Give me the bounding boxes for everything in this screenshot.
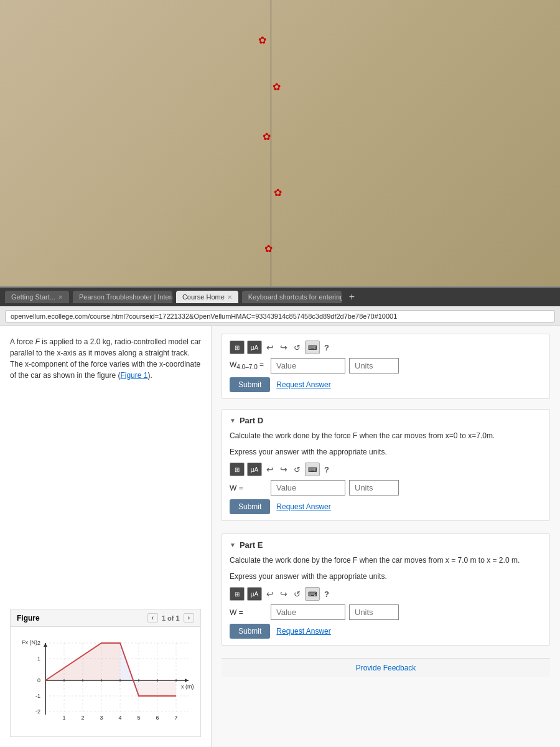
mu-icon-e[interactable]: μΑ [247, 587, 262, 601]
help-button-top[interactable]: ? [322, 343, 331, 352]
svg-text:4: 4 [118, 715, 121, 721]
mu-label-d: μΑ [251, 466, 258, 473]
part-d-request-button[interactable]: Request Answer [276, 502, 330, 511]
top-action-row: Submit Request Answer [230, 377, 542, 392]
svg-text:5: 5 [137, 715, 140, 721]
background [0, 0, 560, 299]
redo-button-top[interactable]: ↪ [278, 342, 289, 352]
help-button-e[interactable]: ? [322, 590, 331, 599]
refresh-button-d[interactable]: ↺ [292, 465, 302, 474]
top-submit-button[interactable]: Submit [230, 377, 270, 392]
refresh-button-top[interactable]: ↺ [292, 343, 302, 352]
part-d-units-input[interactable] [349, 480, 399, 496]
graph-svg: 2 1 0 -1 -2 1 2 3 4 5 6 7 x [21, 637, 195, 724]
decoration-1: ✿ [258, 34, 266, 46]
svg-marker-32 [120, 643, 139, 696]
problem-description: A force F is applied to a 2.0 kg, radio-… [10, 336, 201, 381]
part-e-sub: Express your answer with the appropriate… [230, 571, 542, 582]
part-e-submit-button[interactable]: Submit [230, 624, 270, 639]
new-tab-button[interactable]: + [345, 291, 358, 303]
feedback-section[interactable]: Provide Feedback [222, 658, 550, 677]
decoration-5: ✿ [264, 243, 273, 255]
svg-text:-1: -1 [35, 693, 40, 699]
title-bar: Getting Start... ✕ Pearson Troubleshoote… [0, 288, 560, 306]
top-request-button[interactable]: Request Answer [276, 380, 330, 389]
part-d-header[interactable]: ▼ Part D [230, 416, 542, 425]
part-d-submit-button[interactable]: Submit [230, 499, 270, 514]
tab-label: Getting Start... [11, 293, 55, 301]
decoration-3: ✿ [263, 131, 271, 143]
matrix-icon-e[interactable]: ⊞ [230, 587, 245, 601]
svg-marker-33 [139, 680, 176, 696]
part-e-action-row: Submit Request Answer [230, 624, 542, 639]
mu-icon-top[interactable]: μΑ [247, 341, 262, 354]
tab-label-3: Course Home [182, 293, 225, 301]
top-toolbar: ⊞ μΑ ↩ ↪ ↺ ⌨ ? [230, 341, 542, 354]
part-e-description: Calculate the work done by the force F w… [230, 555, 542, 566]
decoration-2: ✿ [273, 81, 281, 93]
part-e-label: Part E [240, 540, 263, 550]
svg-text:1: 1 [37, 655, 40, 662]
mu-label-top: μΑ [251, 344, 258, 351]
tab-keyboard[interactable]: Keyboard shortcuts for entering... ✕ [242, 291, 342, 303]
tab-pearson[interactable]: Pearson Troubleshooter | Intera... ✕ [73, 291, 172, 303]
top-answer-section: ⊞ μΑ ↩ ↪ ↺ ⌨ ? W4.0–7.0 = [222, 334, 550, 399]
undo-button-top[interactable]: ↩ [264, 342, 276, 352]
svg-text:7: 7 [174, 715, 177, 721]
part-e-units-input[interactable] [349, 604, 399, 620]
decoration-4: ✿ [274, 187, 282, 199]
redo-button-d[interactable]: ↪ [278, 464, 289, 474]
svg-text:-2: -2 [35, 708, 40, 715]
mu-icon-d[interactable]: μΑ [247, 463, 262, 476]
keyboard-icon-d[interactable]: ⌨ [305, 463, 320, 476]
figure-next[interactable]: › [184, 613, 194, 622]
top-value-input[interactable] [271, 358, 345, 374]
keyboard-icon-e[interactable]: ⌨ [305, 587, 320, 601]
help-button-d[interactable]: ? [322, 465, 331, 474]
part-d-sub: Express your answer with the appropriate… [230, 446, 542, 458]
svg-text:6: 6 [156, 715, 159, 721]
tab-close-1[interactable]: ✕ [58, 294, 63, 301]
graph-area: 2 1 0 -1 -2 1 2 3 4 5 6 7 x [11, 627, 200, 736]
redo-button-e[interactable]: ↪ [278, 589, 289, 599]
svg-text:0: 0 [37, 677, 40, 684]
tab-course-home[interactable]: Course Home ✕ [176, 291, 238, 303]
part-d-toolbar: ⊞ μΑ ↩ ↪ ↺ ⌨ ? [230, 463, 542, 476]
part-d-label: Part D [240, 416, 263, 425]
svg-text:x (m): x (m) [181, 684, 194, 690]
url-input[interactable] [5, 310, 555, 322]
content-area: A force F is applied to a 2.0 kg, radio-… [0, 326, 560, 747]
part-d-value-input[interactable] [271, 480, 345, 496]
svg-marker-15 [185, 679, 189, 682]
part-e-answer-label: W = [230, 608, 267, 617]
part-e-value-input[interactable] [271, 604, 345, 620]
part-d-section: ▼ Part D Calculate the work done by the … [222, 409, 550, 521]
figure-header: Figure ‹ 1 of 1 › [11, 609, 200, 627]
svg-text:3: 3 [100, 715, 103, 721]
part-d-answer-row: W = [230, 480, 542, 496]
part-e-answer-row: W = [230, 604, 542, 620]
figure-title: Figure [17, 614, 40, 622]
keyboard-icon-top[interactable]: ⌨ [305, 341, 320, 354]
part-e-triangle: ▼ [230, 542, 236, 548]
mu-label-e: μΑ [251, 591, 258, 598]
matrix-icon[interactable]: ⊞ [230, 341, 245, 354]
part-e-request-button[interactable]: Request Answer [276, 627, 330, 636]
tab-getting-started[interactable]: Getting Start... ✕ [5, 291, 69, 303]
right-panel: ⊞ μΑ ↩ ↪ ↺ ⌨ ? W4.0–7.0 = [212, 326, 560, 747]
figure-prev[interactable]: ‹ [147, 613, 158, 622]
undo-button-d[interactable]: ↩ [264, 464, 276, 474]
top-units-input[interactable] [349, 358, 399, 374]
address-bar [0, 306, 560, 326]
part-e-section: ▼ Part E Calculate the work done by the … [222, 533, 550, 646]
undo-button-e[interactable]: ↩ [264, 589, 276, 599]
figure-page: 1 of 1 [162, 614, 180, 622]
svg-text:2: 2 [37, 640, 40, 646]
part-e-toolbar: ⊞ μΑ ↩ ↪ ↺ ⌨ ? [230, 587, 542, 601]
part-e-header[interactable]: ▼ Part E [230, 540, 542, 550]
matrix-icon-d[interactable]: ⊞ [230, 463, 245, 476]
refresh-button-e[interactable]: ↺ [292, 590, 302, 599]
tab-close-3[interactable]: ✕ [227, 294, 232, 301]
figure-link[interactable]: Figure 1 [120, 371, 147, 380]
tab-label-4: Keyboard shortcuts for entering... [248, 293, 342, 301]
